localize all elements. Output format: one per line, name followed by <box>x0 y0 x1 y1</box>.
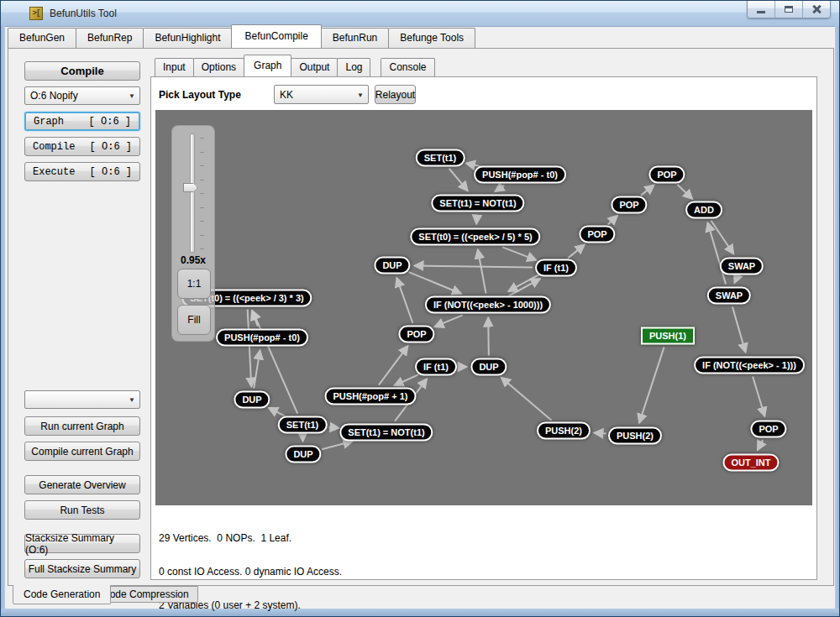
tab-code-generation[interactable]: Code Generation <box>13 585 111 604</box>
zoom-slider-thumb[interactable] <box>183 183 197 192</box>
window-frame-bottom <box>1 609 839 616</box>
graph-node[interactable]: IF (t1) <box>415 358 457 376</box>
graph-edge <box>502 247 536 259</box>
graph-node[interactable]: POP <box>648 166 685 184</box>
full-stacksize-summary-button[interactable]: Full Stacksize Summary <box>24 559 140 578</box>
compile-o6-button[interactable]: Compile [ O:6 ] <box>24 137 140 156</box>
graph-node[interactable]: SET(t1) <box>416 149 465 167</box>
zoom-panel: 0.95x 1:1 Fill <box>171 125 215 342</box>
graph-edge <box>476 214 477 223</box>
graph-node[interactable]: SET(t1) <box>278 416 328 434</box>
graph-edge <box>732 306 746 352</box>
graph-node[interactable]: OUT_INT <box>722 454 779 472</box>
graph-node[interactable]: PUSH(2) <box>537 422 591 440</box>
secondary-dropdown[interactable]: ▼ <box>24 390 140 409</box>
minimize-button[interactable] <box>748 1 775 18</box>
tab-befunge-tools[interactable]: Befunge Tools <box>388 28 475 48</box>
window-frame-right <box>835 26 839 616</box>
graph-node[interactable]: PUSH(#pop# - t0) <box>474 166 566 184</box>
maximize-button[interactable] <box>775 1 803 18</box>
zoom-level-label: 0.95x <box>172 254 214 266</box>
zoom-tick <box>200 152 204 153</box>
graph-node[interactable]: DUP <box>470 358 507 376</box>
graph-node[interactable]: PUSH(#pop# + 1) <box>325 388 417 405</box>
graph-node[interactable]: IF (NOT((<peek> - 1000))) <box>425 296 551 314</box>
tab-graph[interactable]: Graph <box>244 55 291 76</box>
maximize-icon <box>785 6 793 13</box>
execute-o6-label: Execute <box>33 166 75 178</box>
minimize-icon <box>757 11 765 13</box>
chevron-down-icon: ▼ <box>129 396 135 404</box>
compile-current-graph-button[interactable]: Compile current Graph <box>24 442 140 461</box>
graph-edge <box>488 317 489 355</box>
tab-output[interactable]: Output <box>291 58 338 76</box>
graph-node[interactable]: IF (NOT((<peek> - 1))) <box>694 357 805 374</box>
tab-befungen[interactable]: BefunGen <box>8 28 76 48</box>
graph-node[interactable]: ADD <box>685 201 722 219</box>
compile-tab-strip: Input Options Graph Output Log Console <box>155 60 434 76</box>
tab-log[interactable]: Log <box>337 58 370 76</box>
graph-node[interactable]: PUSH(#pop# - t0) <box>216 329 308 347</box>
graph-edge <box>478 249 486 293</box>
graph-node[interactable]: POP <box>611 196 647 214</box>
graph-node[interactable]: POP <box>579 226 615 243</box>
tab-befunrun[interactable]: BefunRun <box>321 28 389 48</box>
preset-dropdown[interactable]: O:6 Nopify ▼ <box>24 86 140 105</box>
graph-edge <box>509 279 540 295</box>
compile-button[interactable]: Compile <box>24 61 140 81</box>
close-button[interactable] <box>803 1 830 18</box>
tab-options[interactable]: Options <box>193 58 244 76</box>
graph-node[interactable]: POP <box>750 421 786 438</box>
graph-node[interactable]: SWAP <box>720 258 764 275</box>
tab-befuncompile[interactable]: BefunCompile <box>231 24 321 48</box>
graph-node[interactable]: SET(t0) = ((<peek> / 5) * 5) <box>410 228 540 246</box>
graph-node[interactable]: PUSH(2) <box>608 427 662 445</box>
stacksize-summary-button[interactable]: Stacksize Summary (O:6) <box>24 534 140 553</box>
graph-node[interactable]: IF (t1) <box>535 259 577 277</box>
execute-o6-suffix: [ O:6 ] <box>90 166 132 178</box>
zoom-tick <box>200 193 204 194</box>
run-tests-button[interactable]: Run Tests <box>24 500 140 520</box>
graph-edge <box>329 427 339 428</box>
run-current-graph-button[interactable]: Run current Graph <box>24 416 140 436</box>
graph-node[interactable]: DUP <box>374 257 410 275</box>
graph-edge <box>254 350 260 388</box>
tab-befunhighlight[interactable]: BefunHighlight <box>143 28 232 48</box>
graph-edge <box>379 346 408 385</box>
graph-edge <box>495 186 504 191</box>
graph-node[interactable]: POP <box>398 326 434 343</box>
graph-node[interactable]: SET(t1) = NOT(t1) <box>431 195 524 212</box>
graph-o6-label: Graph <box>34 116 64 128</box>
fill-button[interactable]: Fill <box>177 305 211 335</box>
execute-o6-button[interactable]: Execute [ O:6 ] <box>24 162 140 181</box>
graph-edge <box>248 309 252 386</box>
graph-edge <box>594 433 606 434</box>
relayout-button[interactable]: Relayout <box>375 85 416 104</box>
chevron-down-icon: ▼ <box>357 91 364 98</box>
one-to-one-button[interactable]: 1:1 <box>177 269 211 299</box>
layout-type-value: KK <box>280 89 293 101</box>
graph-canvas[interactable]: 0.95x 1:1 Fill SET(t1)PUSH(#pop# - t0)PO… <box>155 110 812 505</box>
zoom-tick <box>200 138 204 139</box>
graph-node[interactable]: SWAP <box>707 287 751 305</box>
chevron-down-icon: ▼ <box>129 92 135 100</box>
graph-node[interactable]: PUSH(1) <box>641 327 695 345</box>
tab-console[interactable]: Console <box>381 58 434 76</box>
zoom-slider-track[interactable] <box>190 133 195 253</box>
graph-edge <box>434 315 462 327</box>
tab-input[interactable]: Input <box>155 58 194 76</box>
befunutils-window: >[ BefunUtils Tool BefunGen BefunRep Bef… <box>0 0 840 617</box>
generate-overview-button[interactable]: Generate Overview <box>24 475 140 494</box>
graph-o6-suffix: [ O:6 ] <box>89 116 131 128</box>
stat-line: 0 const IO Access. 0 dynamic IO Access. <box>159 567 342 578</box>
graph-o6-button[interactable]: Graph [ O:6 ] <box>24 112 140 131</box>
graph-edge <box>322 442 352 450</box>
title-bar[interactable]: >[ BefunUtils Tool <box>1 1 839 27</box>
graph-edge <box>707 222 726 284</box>
graph-node[interactable]: DUP <box>234 391 270 409</box>
layout-type-dropdown[interactable]: KK ▼ <box>274 85 369 104</box>
graph-node[interactable]: SET(t1) = NOT(t1) <box>339 424 433 442</box>
tab-befunrep[interactable]: BefunRep <box>76 28 144 48</box>
graph-node[interactable]: DUP <box>285 446 321 463</box>
graph-edge <box>414 265 533 267</box>
